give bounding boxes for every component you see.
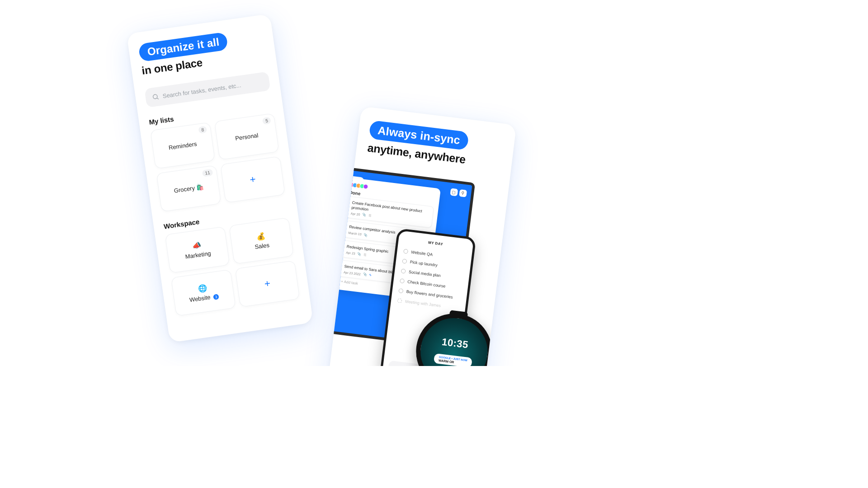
promo-card-sync: Always in-sync anytime, anywhere Marketi… [326,106,516,366]
search-icon [151,93,160,101]
count-badge: 11 [202,169,213,177]
workspace-grid: 📣 Marketing 💰 Sales 🌐 Website 3 + [165,217,300,316]
attach-icon: 📎 [363,272,367,277]
promo-card-organize: Organize it all in one place Search for … [127,14,313,343]
attach-icon: 📎 [357,252,362,256]
checkbox-icon[interactable] [401,268,406,273]
svg-line-1 [157,98,158,99]
add-workspace-button[interactable]: + [235,260,300,307]
search-placeholder: Search for tasks, events, etc... [162,81,241,99]
svg-point-0 [153,94,158,99]
bag-icon: 🛍️ [196,183,204,191]
tile-label: Marketing [185,250,212,260]
devices-collage: Marketing ▢ ⚲ Done Create Facebook post … [329,164,509,366]
tile-label: Grocery [174,184,195,194]
toolbar: ▢ ⚲ [450,188,467,197]
notif-badge: 3 [213,294,219,300]
search-icon: ⚲ [459,189,467,197]
task-date: Apr 23 [346,251,355,255]
tile-website[interactable]: 🌐 Website 3 [171,269,236,316]
checkbox-icon[interactable] [400,278,405,283]
checkbox-icon[interactable] [398,288,403,293]
count-badge: 5 [262,117,271,125]
tile-sales[interactable]: 💰 Sales [229,217,294,264]
tile-personal[interactable]: 5 Personal [214,113,279,160]
tile-reminders[interactable]: 8 Reminders [150,122,215,169]
megaphone-icon: 📣 [192,241,202,251]
add-list-button[interactable]: + [220,156,285,203]
watch-time: 10:35 [441,336,469,351]
tile-label: Website [189,294,211,303]
comment-icon: ✎ [369,273,372,277]
checkbox-icon[interactable] [402,259,407,264]
task-date: Apr 23 2022 [344,271,361,276]
tile-label: Sales [255,242,270,250]
checkbox-icon[interactable] [403,249,408,254]
search-input[interactable]: Search for tasks, events, etc... [144,71,270,108]
subtask-icon: ☰ [363,253,367,257]
watch-notification[interactable]: GOOGLE • JUST NOW WARM OR [434,353,472,366]
attach-icon: 📎 [362,213,367,217]
attach-icon: 📎 [363,233,368,237]
count-badge: 8 [198,126,207,133]
mylists-grid: 8 Reminders 5 Personal 11 Grocery 🛍️ + [150,113,285,212]
square-icon: ▢ [450,188,458,196]
tile-label: Reminders [168,140,197,151]
task-date: March 10 [348,231,362,236]
subtask-icon: ☰ [368,214,372,218]
task-date: Apr 20 [351,212,360,216]
tile-grocery[interactable]: 11 Grocery 🛍️ [156,165,222,212]
checkbox-icon [397,298,402,303]
globe-icon: 🌐 [198,283,208,293]
tile-marketing[interactable]: 📣 Marketing [165,226,230,273]
moneybag-icon: 💰 [256,232,266,242]
tile-label: Personal [235,131,259,141]
